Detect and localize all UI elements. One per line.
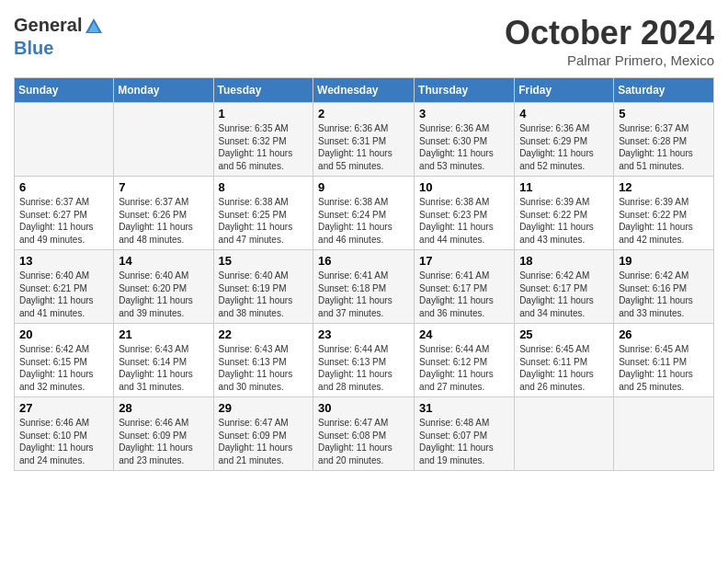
day-info: Sunrise: 6:48 AMSunset: 6:07 PMDaylight:…	[419, 417, 509, 466]
month-title: October 2024	[505, 14, 714, 52]
day-number: 18	[519, 254, 609, 268]
day-number: 15	[219, 254, 309, 268]
title-block: October 2024 Palmar Primero, Mexico	[505, 14, 714, 68]
day-info: Sunrise: 6:36 AMSunset: 6:31 PMDaylight:…	[318, 122, 409, 172]
day-number: 5	[619, 107, 709, 121]
day-info: Sunrise: 6:45 AMSunset: 6:11 PMDaylight:…	[619, 343, 709, 393]
day-number: 22	[219, 327, 309, 341]
day-info: Sunrise: 6:39 AMSunset: 6:22 PMDaylight:…	[619, 196, 709, 246]
calendar-week-2: 6Sunrise: 6:37 AMSunset: 6:27 PMDaylight…	[15, 177, 714, 250]
day-info: Sunrise: 6:38 AMSunset: 6:25 PMDaylight:…	[219, 196, 309, 246]
day-number: 27	[19, 401, 108, 415]
calendar-cell: 13Sunrise: 6:40 AMSunset: 6:21 PMDayligh…	[15, 250, 114, 324]
calendar-cell: 16Sunrise: 6:41 AMSunset: 6:18 PMDayligh…	[313, 250, 415, 324]
day-info: Sunrise: 6:38 AMSunset: 6:24 PMDaylight:…	[318, 196, 409, 246]
day-info: Sunrise: 6:47 AMSunset: 6:08 PMDaylight:…	[318, 417, 409, 466]
day-info: Sunrise: 6:46 AMSunset: 6:10 PMDaylight:…	[19, 417, 108, 466]
day-number: 11	[519, 180, 609, 194]
calendar-week-3: 13Sunrise: 6:40 AMSunset: 6:21 PMDayligh…	[15, 250, 714, 324]
day-info: Sunrise: 6:43 AMSunset: 6:14 PMDaylight:…	[119, 343, 208, 393]
col-header-friday: Friday	[515, 78, 614, 103]
day-number: 14	[119, 254, 208, 268]
calendar-cell: 19Sunrise: 6:42 AMSunset: 6:16 PMDayligh…	[614, 250, 714, 324]
day-info: Sunrise: 6:42 AMSunset: 6:17 PMDaylight:…	[519, 270, 609, 319]
day-number: 4	[519, 107, 609, 121]
day-info: Sunrise: 6:43 AMSunset: 6:13 PMDaylight:…	[219, 343, 309, 393]
day-number: 16	[318, 254, 409, 268]
day-number: 29	[219, 401, 309, 415]
calendar-week-5: 27Sunrise: 6:46 AMSunset: 6:10 PMDayligh…	[15, 397, 714, 471]
day-number: 31	[419, 401, 509, 415]
day-number: 21	[119, 327, 208, 341]
day-number: 23	[318, 327, 409, 341]
day-info: Sunrise: 6:40 AMSunset: 6:20 PMDaylight:…	[119, 270, 208, 319]
calendar-cell	[15, 103, 114, 177]
calendar-table: SundayMondayTuesdayWednesdayThursdayFrid…	[14, 77, 714, 471]
day-info: Sunrise: 6:42 AMSunset: 6:16 PMDaylight:…	[619, 270, 709, 319]
day-number: 1	[219, 107, 309, 121]
page-header: General Blue October 2024 Palmar Primero…	[14, 14, 714, 68]
day-info: Sunrise: 6:37 AMSunset: 6:26 PMDaylight:…	[119, 196, 208, 246]
calendar-cell: 3Sunrise: 6:36 AMSunset: 6:30 PMDaylight…	[415, 103, 515, 177]
day-info: Sunrise: 6:40 AMSunset: 6:19 PMDaylight:…	[219, 270, 309, 319]
calendar-cell: 9Sunrise: 6:38 AMSunset: 6:24 PMDaylight…	[313, 177, 415, 250]
day-info: Sunrise: 6:36 AMSunset: 6:30 PMDaylight:…	[419, 122, 509, 172]
col-header-sunday: Sunday	[15, 78, 114, 103]
day-info: Sunrise: 6:41 AMSunset: 6:17 PMDaylight:…	[419, 270, 509, 319]
day-info: Sunrise: 6:45 AMSunset: 6:11 PMDaylight:…	[519, 343, 609, 393]
day-info: Sunrise: 6:37 AMSunset: 6:28 PMDaylight:…	[619, 122, 709, 172]
day-number: 20	[19, 327, 108, 341]
day-number: 24	[419, 327, 509, 341]
calendar-cell: 8Sunrise: 6:38 AMSunset: 6:25 PMDaylight…	[213, 177, 313, 250]
day-info: Sunrise: 6:42 AMSunset: 6:15 PMDaylight:…	[19, 343, 108, 393]
day-number: 12	[619, 180, 709, 194]
calendar-cell: 21Sunrise: 6:43 AMSunset: 6:14 PMDayligh…	[114, 324, 213, 397]
logo-blue-text: Blue	[14, 37, 104, 59]
calendar-cell: 24Sunrise: 6:44 AMSunset: 6:12 PMDayligh…	[415, 324, 515, 397]
calendar-cell: 31Sunrise: 6:48 AMSunset: 6:07 PMDayligh…	[415, 397, 515, 471]
day-number: 9	[318, 180, 409, 194]
calendar-cell	[614, 397, 714, 471]
day-number: 19	[619, 254, 709, 268]
day-number: 10	[419, 180, 509, 194]
calendar-cell: 30Sunrise: 6:47 AMSunset: 6:08 PMDayligh…	[313, 397, 415, 471]
calendar-cell	[114, 103, 213, 177]
day-info: Sunrise: 6:41 AMSunset: 6:18 PMDaylight:…	[318, 270, 409, 319]
col-header-wednesday: Wednesday	[313, 78, 415, 103]
day-number: 17	[419, 254, 509, 268]
day-info: Sunrise: 6:47 AMSunset: 6:09 PMDaylight:…	[219, 417, 309, 466]
day-info: Sunrise: 6:44 AMSunset: 6:13 PMDaylight:…	[318, 343, 409, 393]
day-number: 8	[219, 180, 309, 194]
calendar-cell: 11Sunrise: 6:39 AMSunset: 6:22 PMDayligh…	[515, 177, 614, 250]
calendar-cell: 22Sunrise: 6:43 AMSunset: 6:13 PMDayligh…	[213, 324, 313, 397]
calendar-header-row: SundayMondayTuesdayWednesdayThursdayFrid…	[15, 78, 714, 103]
calendar-cell: 14Sunrise: 6:40 AMSunset: 6:20 PMDayligh…	[114, 250, 213, 324]
calendar-cell: 29Sunrise: 6:47 AMSunset: 6:09 PMDayligh…	[213, 397, 313, 471]
calendar-cell: 7Sunrise: 6:37 AMSunset: 6:26 PMDaylight…	[114, 177, 213, 250]
col-header-tuesday: Tuesday	[213, 78, 313, 103]
calendar-cell: 6Sunrise: 6:37 AMSunset: 6:27 PMDaylight…	[15, 177, 114, 250]
col-header-thursday: Thursday	[415, 78, 515, 103]
calendar-cell: 5Sunrise: 6:37 AMSunset: 6:28 PMDaylight…	[614, 103, 714, 177]
calendar-cell: 27Sunrise: 6:46 AMSunset: 6:10 PMDayligh…	[15, 397, 114, 471]
calendar-cell: 23Sunrise: 6:44 AMSunset: 6:13 PMDayligh…	[313, 324, 415, 397]
calendar-cell: 15Sunrise: 6:40 AMSunset: 6:19 PMDayligh…	[213, 250, 313, 324]
calendar-cell: 18Sunrise: 6:42 AMSunset: 6:17 PMDayligh…	[515, 250, 614, 324]
logo-text: General	[14, 14, 104, 37]
day-number: 26	[619, 327, 709, 341]
day-number: 6	[19, 180, 108, 194]
col-header-saturday: Saturday	[614, 78, 714, 103]
day-number: 30	[318, 401, 409, 415]
calendar-cell: 1Sunrise: 6:35 AMSunset: 6:32 PMDaylight…	[213, 103, 313, 177]
calendar-cell: 26Sunrise: 6:45 AMSunset: 6:11 PMDayligh…	[614, 324, 714, 397]
calendar-cell: 12Sunrise: 6:39 AMSunset: 6:22 PMDayligh…	[614, 177, 714, 250]
calendar-week-4: 20Sunrise: 6:42 AMSunset: 6:15 PMDayligh…	[15, 324, 714, 397]
calendar-cell: 17Sunrise: 6:41 AMSunset: 6:17 PMDayligh…	[415, 250, 515, 324]
logo: General Blue	[14, 14, 104, 59]
calendar-cell	[515, 397, 614, 471]
day-number: 28	[119, 401, 208, 415]
day-info: Sunrise: 6:46 AMSunset: 6:09 PMDaylight:…	[119, 417, 208, 466]
calendar-cell: 28Sunrise: 6:46 AMSunset: 6:09 PMDayligh…	[114, 397, 213, 471]
day-info: Sunrise: 6:36 AMSunset: 6:29 PMDaylight:…	[519, 122, 609, 172]
calendar-cell: 25Sunrise: 6:45 AMSunset: 6:11 PMDayligh…	[515, 324, 614, 397]
